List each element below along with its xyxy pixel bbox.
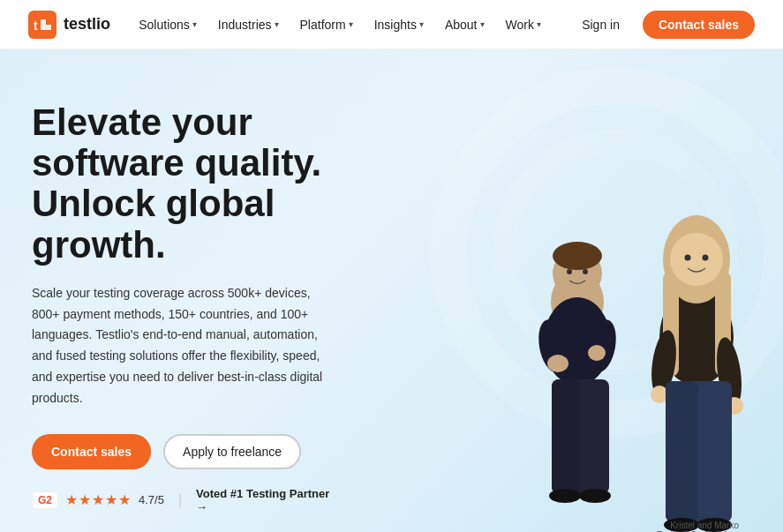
chevron-down-icon: ▾ <box>480 19 485 29</box>
svg-point-17 <box>579 489 611 503</box>
nav-insights[interactable]: Insights ▾ <box>365 12 433 37</box>
hero-image-area: Kristel and Marko Testlio's Co-founders <box>371 49 783 532</box>
svg-point-8 <box>583 269 588 274</box>
svg-point-6 <box>553 242 602 270</box>
svg-rect-30 <box>666 381 698 522</box>
rating-number: 4.7/5 <box>139 493 164 506</box>
svg-point-16 <box>549 489 581 503</box>
svg-rect-15 <box>552 379 580 494</box>
svg-point-23 <box>685 254 691 260</box>
nav-contact-sales-button[interactable]: Contact sales <box>643 11 755 39</box>
chevron-down-icon: ▾ <box>192 19 197 29</box>
svg-point-22 <box>670 233 723 286</box>
hero-content: Elevate your software quality. Unlock gl… <box>0 49 371 532</box>
nav-about[interactable]: About ▾ <box>436 12 493 37</box>
svg-point-24 <box>703 254 709 260</box>
svg-point-13 <box>588 345 606 361</box>
nav-actions: Sign in Contact sales <box>569 11 755 39</box>
nav-links: Solutions ▾ Industries ▾ Platform ▾ Insi… <box>130 12 550 37</box>
chevron-down-icon: ▾ <box>349 19 353 29</box>
navigation: t testlio Solutions ▾ Industries ▾ Platf… <box>0 0 783 49</box>
hero-contact-sales-button[interactable]: Contact sales <box>32 434 151 469</box>
brand-name: testlio <box>64 15 110 34</box>
nav-solutions[interactable]: Solutions ▾ <box>130 12 206 37</box>
nav-platform[interactable]: Platform ▾ <box>291 12 362 37</box>
star-rating-icon: ★★★★★ <box>65 491 132 508</box>
svg-point-12 <box>547 355 568 372</box>
nav-work[interactable]: Work ▾ <box>497 12 550 37</box>
hero-subtitle: Scale your testing coverage across 500k+… <box>32 283 339 409</box>
chevron-down-icon: ▾ <box>537 19 541 29</box>
g2-badge: G2 <box>32 491 58 509</box>
brand-logo[interactable]: t testlio <box>28 11 110 39</box>
hero-buttons: Contact sales Apply to freelance <box>32 434 339 469</box>
chevron-down-icon: ▾ <box>419 19 424 29</box>
nav-industries[interactable]: Industries ▾ <box>209 12 288 37</box>
hero-title: Elevate your software quality. Unlock gl… <box>32 102 339 266</box>
svg-point-7 <box>567 269 572 274</box>
testlio-logo-icon: t <box>28 11 56 39</box>
hero-freelance-button[interactable]: Apply to freelance <box>163 434 301 469</box>
sign-in-button[interactable]: Sign in <box>569 12 632 37</box>
hero-person-right <box>620 196 774 532</box>
hero-rating: G2 ★★★★★ 4.7/5 | Voted #1 Testing Partne… <box>32 487 339 513</box>
svg-text:t: t <box>34 19 38 33</box>
voted-link[interactable]: Voted #1 Testing Partner → <box>196 487 339 513</box>
chevron-down-icon: ▾ <box>275 19 279 29</box>
hero-section: Elevate your software quality. Unlock gl… <box>0 49 783 532</box>
founders-label: Kristel and Marko Testlio's Co-founders <box>657 521 739 532</box>
